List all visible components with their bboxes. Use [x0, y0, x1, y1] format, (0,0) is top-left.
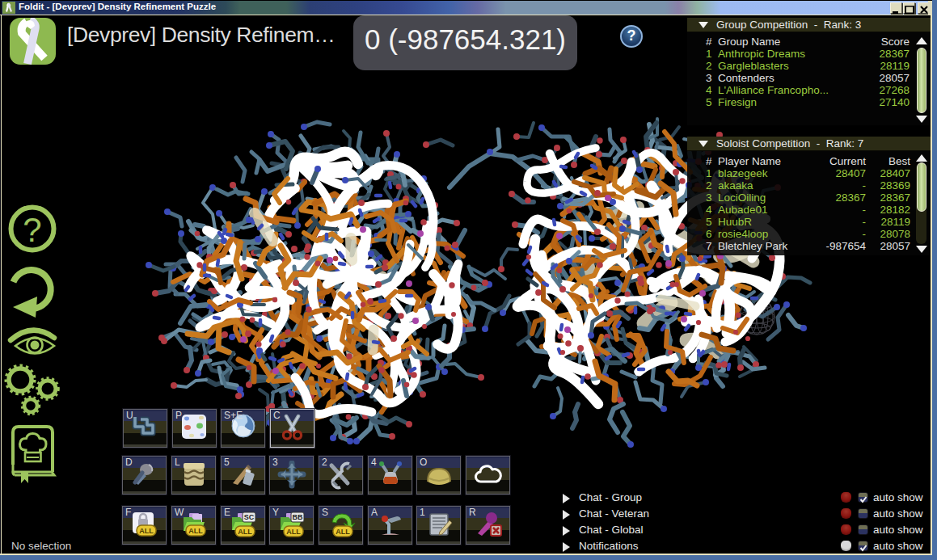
svg-text:SC: SC — [244, 513, 255, 521]
svg-text:?: ? — [23, 211, 41, 249]
svg-text:ALL: ALL — [336, 528, 350, 536]
svg-text:ALL: ALL — [188, 527, 203, 535]
svg-text:BB: BB — [293, 513, 303, 521]
svg-text:ALL: ALL — [139, 527, 154, 535]
svg-text:ALL: ALL — [286, 528, 301, 536]
svg-text:ALL: ALL — [238, 528, 252, 536]
